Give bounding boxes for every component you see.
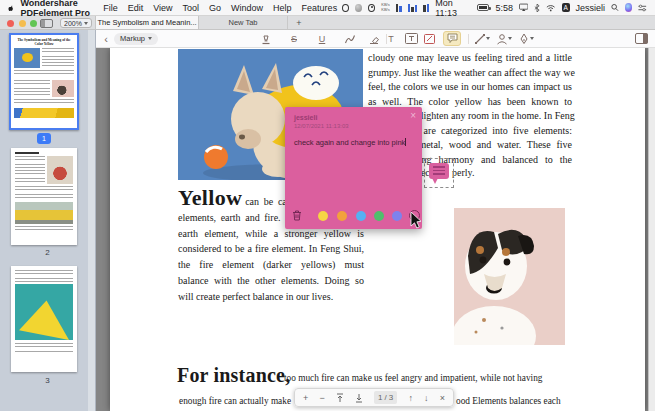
sidebar-toggle-icon[interactable] [40,19,53,28]
page-thumbnail-3[interactable] [11,266,77,372]
text-comment-icon [424,33,436,45]
panel-toggle-button[interactable] [633,30,649,47]
toolbar-divider [468,34,469,44]
note-color-green[interactable] [374,211,384,221]
fit-page-icon[interactable] [355,393,363,403]
stamp-tool-button[interactable] [494,30,514,47]
disk-monitor-icon[interactable] [423,3,429,12]
vertical-scrollbar[interactable] [648,48,655,411]
text-fragment: ood Elements balances each [456,396,561,406]
document-canvas: cloudy one may leave us feeling tired an… [96,48,655,411]
strikethrough-tool-button[interactable]: S [287,30,301,47]
new-tab-button[interactable]: + [292,16,306,29]
note-text-input[interactable]: check again and change into pink [294,138,416,147]
chevron-down-icon [84,22,88,25]
user-name[interactable]: Jessieli [576,3,606,13]
text-comment-tool-button[interactable] [422,30,438,47]
window-controls [7,20,37,27]
sticky-note-marker-icon[interactable] [429,163,449,179]
window-close-button[interactable] [7,20,14,27]
sticky-note-tool-button[interactable] [443,31,461,46]
zoom-out-button[interactable]: − [319,393,324,403]
note-color-purple[interactable] [392,211,402,221]
thumb-text [15,343,73,352]
wifi-icon[interactable] [546,4,555,12]
note-color-blue[interactable] [356,211,366,221]
page-indicator[interactable]: 1 / 3 [374,391,397,404]
status-ring-icon[interactable] [342,4,349,12]
thumb-text [42,48,74,68]
shapes-tool-button[interactable] [472,30,492,47]
menu-help[interactable]: Help [273,3,292,13]
pager-close-button[interactable]: × [440,393,445,403]
page-number-label: 2 [0,248,95,257]
network-speed-widget[interactable]: KB/sKB/s [381,3,389,12]
window-zoom-button[interactable] [30,20,37,27]
status-record-icon[interactable] [368,4,375,12]
thumb-image-dog [52,80,74,97]
sticky-note-popup: jessieli 12/07/2021 11:13:03 × check aga… [285,107,422,229]
note-color-orange[interactable] [337,211,347,221]
thumb-image-car [15,202,73,224]
underline-tool-button[interactable]: U [315,30,329,47]
thumb-image-structure [15,284,73,340]
page-navigation-toolbar: + − 1 / 3 ↑ ↓ × [294,388,454,407]
mouse-cursor [410,212,422,229]
input-source-icon[interactable]: A [562,3,570,12]
menu-features[interactable]: Features [302,3,338,13]
sidebar-scrollbar[interactable] [88,30,95,411]
menu-edit[interactable]: Edit [128,3,144,13]
text-box-tool-button[interactable] [403,30,419,47]
zoom-level-dropdown[interactable]: 200% [60,18,92,28]
tab-new-tab[interactable]: New Tab [199,16,288,29]
person-stamp-icon [496,33,508,45]
pencil-icon [344,33,356,45]
menu-view[interactable]: View [153,3,172,13]
spotlight-search-icon[interactable] [611,3,619,12]
highlight-tool-button[interactable] [259,30,273,47]
menu-clock[interactable]: Mon 11:13 [435,0,471,18]
total-pages: 3 [389,393,393,402]
battery-icon[interactable] [477,4,489,11]
menu-go[interactable]: Go [209,3,221,13]
back-button[interactable]: ‹ [100,30,112,47]
pencil-tool-button[interactable] [343,30,357,47]
page-thumbnail-2[interactable] [11,148,77,245]
fit-width-icon[interactable] [336,393,344,403]
page-thumbnail-1[interactable]: The Symbolism and Meaning of the Color Y… [9,33,79,130]
status-sphere-icon[interactable] [355,4,362,12]
text-fragment: perly. [452,167,474,178]
memory-monitor-icon[interactable] [408,3,418,12]
zoom-in-button[interactable]: + [303,393,308,403]
display-mirroring-icon[interactable] [519,3,528,12]
tab-label: New Tab [228,18,257,27]
markup-label: Markup [120,34,145,43]
menu-file[interactable]: File [103,3,118,13]
text-fragment: enough fire can actually make [179,396,291,406]
note-timestamp: 12/07/2021 11:13:03 [294,123,349,129]
signature-tool-button[interactable] [516,30,536,47]
zoom-level-value: 200% [64,20,82,27]
note-close-button[interactable]: × [410,110,416,121]
previous-page-button[interactable]: ↑ [408,393,413,403]
eraser-tool-button[interactable] [367,30,381,47]
markup-mode-dropdown[interactable]: Markup [114,33,158,45]
note-marker-selection[interactable] [424,158,454,188]
eraser-icon [368,33,380,45]
window-minimize-button[interactable] [19,20,26,27]
tab-document[interactable]: The Symbolism and Meanin... [95,16,199,29]
text-tool-button[interactable]: T [384,30,398,47]
apple-icon[interactable] [8,2,14,14]
next-page-button[interactable]: ↓ [424,393,429,403]
annotation-toolbar: ‹ Markup S U T [96,30,655,48]
note-color-yellow[interactable] [318,211,328,221]
bluetooth-icon[interactable] [534,3,540,13]
menu-window[interactable]: Window [231,3,263,13]
control-center-icon[interactable] [638,4,647,12]
cpu-monitor-icon[interactable] [396,3,402,12]
trash-icon[interactable] [292,210,302,221]
siri-icon[interactable] [625,3,633,12]
yellow-heading: Yellow [178,185,245,210]
menu-tool[interactable]: Tool [183,3,200,13]
text-line: too much fire can make us feel angry and… [284,373,542,383]
